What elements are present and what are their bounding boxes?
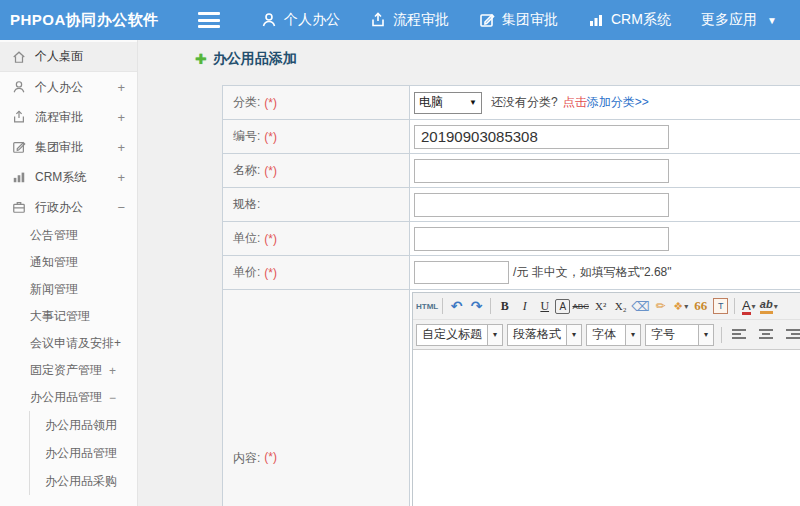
name-input[interactable] xyxy=(414,159,669,183)
code-input[interactable] xyxy=(414,125,669,149)
caret-down-icon: ▾ xyxy=(487,325,502,345)
sidebar-item-notice-mgmt[interactable]: 通知管理 xyxy=(0,249,137,276)
dropdown-label: 字号 xyxy=(646,326,698,343)
sidebar-item-label: 会议申请及安排+ xyxy=(30,335,121,352)
editor-toolbar-row1: HTML ↶ ↷ B I U A ABC X² X₂ ⌫ xyxy=(413,293,800,320)
redo-icon[interactable]: ↷ xyxy=(467,296,486,316)
unit-input[interactable] xyxy=(414,227,669,251)
toolbar-separator xyxy=(490,298,491,314)
sidebar-item-admin-office[interactable]: 行政办公 − xyxy=(0,192,137,222)
align-center-icon[interactable] xyxy=(755,325,777,345)
sidebar-item-events-mgmt[interactable]: 大事记管理 xyxy=(0,303,137,330)
caret-down-icon: ▾ xyxy=(566,325,581,345)
sidebar-item-label: 个人办公 xyxy=(35,79,83,96)
nav-process-approval[interactable]: 流程审批 xyxy=(355,0,464,40)
align-left-icon[interactable] xyxy=(729,325,751,345)
category-select[interactable]: 电脑 ▼ xyxy=(414,92,482,114)
nav-personal-office[interactable]: 个人办公 xyxy=(246,0,355,40)
nav-crm-system[interactable]: CRM系统 xyxy=(573,0,686,40)
sidebar-item-fixed-assets-mgmt[interactable]: 固定资产管理 + xyxy=(0,357,137,384)
page-title-text: 办公用品添加 xyxy=(213,50,297,68)
html-source-button[interactable]: HTML xyxy=(416,296,438,316)
sidebar-item-label: CRM系统 xyxy=(35,169,86,186)
format-painter-icon[interactable]: ✏ xyxy=(651,296,670,316)
paste-as-text-icon[interactable]: T xyxy=(711,296,730,316)
person-icon xyxy=(261,12,277,28)
nav-label: CRM系统 xyxy=(611,11,671,29)
dropdown-label: 段落格式 xyxy=(508,326,566,343)
font-color-glyph: A xyxy=(742,298,751,315)
hamburger-menu-icon[interactable] xyxy=(198,12,220,28)
sidebar-item-crm[interactable]: CRM系统 + xyxy=(0,162,137,192)
underline-button[interactable]: U xyxy=(535,296,554,316)
select-caret-icon: ▼ xyxy=(469,98,477,107)
sidebar-item-process-approval[interactable]: 流程审批 + xyxy=(0,102,137,132)
highlight-color-button[interactable]: ab ▾ xyxy=(759,296,778,316)
nav-group-approval[interactable]: 集团审批 xyxy=(464,0,573,40)
top-navigation: 个人办公 流程审批 集团审批 CRM系统 更多应用 ▼ xyxy=(246,0,792,40)
home-icon xyxy=(12,50,26,64)
font-style-button[interactable]: A xyxy=(555,299,570,314)
subscript-button[interactable]: X₂ xyxy=(611,296,630,316)
top-header: PHPOA协同办公软件 个人办公 流程审批 集团审批 CRM系统 更多应用 ▼ xyxy=(0,0,800,40)
blockquote-button[interactable]: 66 xyxy=(691,296,710,316)
highlight-glyph: ab xyxy=(760,298,773,314)
font-family-dropdown[interactable]: 字体 ▾ xyxy=(586,324,641,346)
align-right-icon[interactable] xyxy=(781,325,800,345)
undo-icon[interactable]: ↶ xyxy=(447,296,466,316)
share-icon xyxy=(370,12,386,28)
spec-input[interactable] xyxy=(414,193,669,217)
font-color-button[interactable]: A ▾ xyxy=(739,296,758,316)
strikethrough-button[interactable]: ABC xyxy=(571,296,590,316)
quick-format-icon[interactable]: ❖ ▾ xyxy=(671,296,690,316)
code-label: 编号: xyxy=(233,128,260,145)
expand-icon[interactable]: + xyxy=(117,80,125,95)
sidebar-item-label: 集团审批 xyxy=(35,139,83,156)
paragraph-format-dropdown[interactable]: 段落格式 ▾ xyxy=(507,324,582,346)
required-marker: (*) xyxy=(264,266,277,280)
sidebar-item-announcement-mgmt[interactable]: 公告管理 xyxy=(0,222,137,249)
expand-icon[interactable]: + xyxy=(117,170,125,185)
italic-button[interactable]: I xyxy=(515,296,534,316)
expand-icon[interactable]: + xyxy=(117,110,125,125)
nav-label: 更多应用 xyxy=(701,11,757,29)
sidebar-item-meeting-mgmt[interactable]: 会议申请及安排+ xyxy=(0,330,137,357)
sidebar-item-label: 办公用品采购 xyxy=(45,473,117,490)
edit-icon xyxy=(12,140,26,154)
sidebar-item-label: 办公用品管理 xyxy=(30,389,102,406)
sidebar-item-office-supplies-mgmt[interactable]: 办公用品管理 − xyxy=(0,384,137,411)
form-row-name: 名称: (*) xyxy=(223,154,800,188)
required-marker: (*) xyxy=(264,96,277,110)
price-input[interactable] xyxy=(414,261,509,284)
sidebar-item-supplies-purchase[interactable]: 办公用品采购 xyxy=(30,467,137,495)
caret-down-icon: ▾ xyxy=(752,302,756,311)
collapse-icon[interactable]: − xyxy=(117,200,125,215)
category-label: 分类: xyxy=(233,94,260,111)
sidebar-item-personal-desktop[interactable]: 个人桌面 xyxy=(0,42,137,72)
remove-format-icon[interactable]: ⌫ xyxy=(631,296,650,316)
sidebar-item-supplies-claim[interactable]: 办公用品领用 xyxy=(30,411,137,439)
add-category-link-red[interactable]: 点击 xyxy=(563,94,587,111)
category-selected-value: 电脑 xyxy=(419,94,443,111)
superscript-button[interactable]: X² xyxy=(591,296,610,316)
bold-button[interactable]: B xyxy=(495,296,514,316)
add-category-link[interactable]: 添加分类>> xyxy=(587,94,649,111)
name-label: 名称: xyxy=(233,162,260,179)
category-hint: 还没有分类? xyxy=(491,94,558,111)
expand-icon[interactable]: + xyxy=(117,140,125,155)
expand-icon[interactable]: + xyxy=(109,364,116,378)
nav-more-apps[interactable]: 更多应用 ▼ xyxy=(686,0,792,40)
sidebar-item-personal-office[interactable]: 个人办公 + xyxy=(0,72,137,102)
share-icon xyxy=(12,110,26,124)
editor-content-area[interactable] xyxy=(413,350,800,506)
caret-down-icon: ▼ xyxy=(767,15,777,26)
toolbar-separator xyxy=(442,298,443,314)
sidebar-item-supplies-manage[interactable]: 办公用品管理 xyxy=(30,439,137,467)
form-row-category: 分类: (*) 电脑 ▼ 还没有分类? 点击 添加分类>> xyxy=(223,86,800,120)
sidebar-item-group-approval[interactable]: 集团审批 + xyxy=(0,132,137,162)
sidebar-item-news-mgmt[interactable]: 新闻管理 xyxy=(0,276,137,303)
sidebar-submenu: 公告管理 通知管理 新闻管理 大事记管理 会议申请及安排+ 固定资产管理 + 办… xyxy=(0,222,137,495)
collapse-icon[interactable]: − xyxy=(109,391,116,405)
custom-heading-dropdown[interactable]: 自定义标题 ▾ xyxy=(416,324,503,346)
font-size-dropdown[interactable]: 字号 ▾ xyxy=(645,324,714,346)
